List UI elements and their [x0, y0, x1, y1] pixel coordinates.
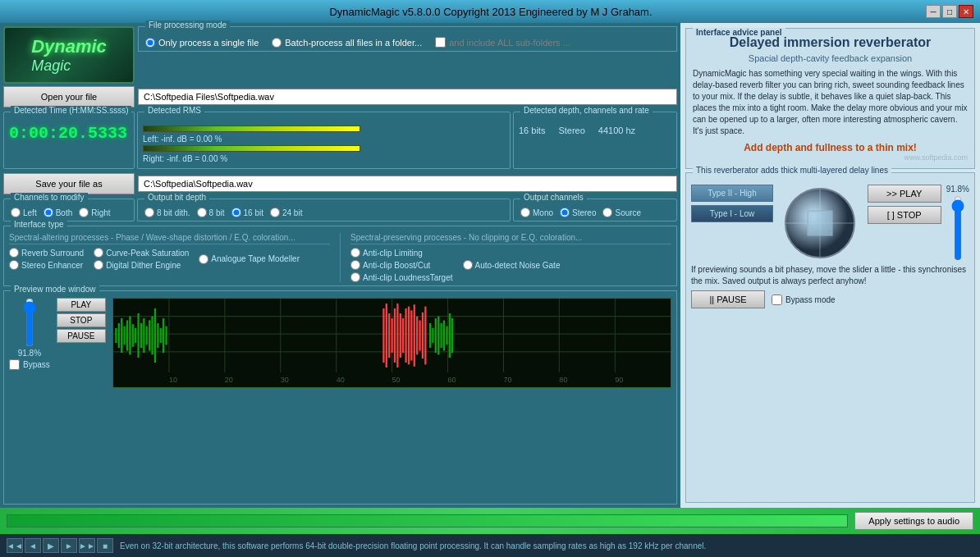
advice-title: Delayed immersion reverberator: [693, 35, 968, 50]
svg-rect-47: [424, 307, 426, 365]
channel-both[interactable]: Both: [44, 208, 73, 217]
interface-type-label: Interface type: [11, 220, 67, 229]
out-mono[interactable]: Mono: [520, 208, 553, 217]
advice-body: DynamicMagic has something very special …: [693, 68, 968, 137]
save-file-path[interactable]: [138, 176, 677, 192]
anticlip-limiting-option[interactable]: Anti-clip Limiting: [350, 248, 453, 258]
preview-controls: 91.8% Bypass: [9, 298, 50, 388]
file-mode-section: File processing mode Only process a sing…: [138, 26, 677, 52]
reverb-play-button[interactable]: >> PLAY: [868, 185, 941, 203]
svg-rect-16: [123, 326, 125, 345]
reverb-slider-area: 91.8%: [946, 185, 969, 261]
svg-text:20: 20: [225, 376, 233, 384]
nav-next[interactable]: ►: [61, 538, 77, 553]
curve-peak-option[interactable]: Curve-Peak Saturation: [94, 248, 189, 258]
advice-subtitle: Spacial depth-cavity feedback expansion: [693, 53, 968, 63]
status-text: Even on 32-bit architecture, this softwa…: [120, 541, 706, 550]
svg-rect-32: [382, 308, 384, 363]
bit-8[interactable]: 8 bit: [197, 208, 225, 217]
type1-low-button[interactable]: Type I - Low: [691, 205, 773, 222]
svg-rect-14: [117, 323, 119, 348]
anticlip-loudness-option[interactable]: Anti-clip LoudnessTarget: [350, 272, 453, 282]
open-file-button[interactable]: Open your file: [3, 86, 135, 107]
detected-time-section: Detected Time (H:MM:SS.ssss) 0:00:20.533…: [3, 112, 135, 169]
out-stereo[interactable]: Stereo: [560, 208, 596, 217]
spectral-preserving-col: Spectral-preserving processes - No clipp…: [350, 233, 671, 282]
preview-play-button[interactable]: PLAY: [57, 298, 106, 312]
apply-settings-button[interactable]: Apply settings to audio: [854, 512, 973, 530]
minimize-button[interactable]: ─: [926, 5, 941, 18]
logo-line2: Magic: [31, 57, 107, 75]
channel-right[interactable]: Right: [79, 208, 110, 217]
single-file-option[interactable]: Only process a single file: [145, 38, 259, 48]
save-file-button[interactable]: Save your file as: [3, 173, 135, 194]
nav-buttons: ◄◄ ◄ ▶ ► ►► ■: [7, 538, 113, 553]
options-row: Channels to modify Left Both Right Outpu…: [3, 199, 677, 221]
svg-text:50: 50: [392, 376, 400, 384]
reverb-slider[interactable]: [950, 195, 966, 261]
bypass-label: Bypass: [23, 360, 50, 369]
bypass-mode[interactable]: Bypass mode: [772, 294, 836, 305]
waveform-display: 10 20 30 40 50 60 70 80 90 ◄ ►: [112, 298, 671, 388]
nav-play[interactable]: ▶: [43, 538, 59, 553]
reverb-surround-option[interactable]: Reverb Surround: [9, 248, 84, 258]
reverb-pause-button[interactable]: || PAUSE: [691, 290, 765, 308]
include-subfolders-option[interactable]: and include ALL sub-folders ...: [435, 37, 570, 48]
stereo-enhancer-option[interactable]: Stereo Enhancer: [9, 260, 84, 270]
autodetect-noise-option[interactable]: Auto-detect Noise Gate: [463, 260, 561, 270]
reverb-visual-area: [778, 185, 863, 261]
depth-bits: 16 bits: [519, 126, 545, 135]
batch-process-label: Batch-process all files in a folder...: [285, 38, 422, 48]
svg-text:60: 60: [447, 376, 456, 384]
out-source[interactable]: Source: [602, 208, 641, 217]
bypass-checkbox[interactable]: [9, 359, 20, 370]
reverb-pause-row: || PAUSE Bypass mode: [691, 290, 969, 308]
maximize-button[interactable]: □: [942, 5, 957, 18]
nav-forward[interactable]: ►►: [79, 538, 95, 553]
preview-pause-button[interactable]: PAUSE: [57, 329, 106, 343]
svg-rect-17: [126, 320, 128, 350]
anticlip-boost-option[interactable]: Anti-clip Boost/Cut: [350, 260, 453, 270]
time-value: 0:00:20.5333: [9, 124, 129, 143]
logo-line1: Dynamic: [31, 36, 107, 57]
svg-rect-45: [419, 320, 420, 350]
reverb-type-buttons: Type II - High Type I - Low: [691, 185, 773, 261]
svg-rect-29: [159, 328, 161, 343]
bit-24[interactable]: 24 bit: [270, 208, 302, 217]
left-panel: Dynamic Magic File processing mode Only …: [0, 23, 680, 508]
svg-rect-52: [440, 323, 442, 348]
depth-channels: Stereo: [558, 126, 584, 135]
bit-16[interactable]: 16 bit: [231, 208, 263, 217]
spectral-altering-col: Spectral-altering processes - Phase / Wa…: [9, 233, 330, 282]
digital-dither-option[interactable]: Digital Dither Engine: [94, 260, 189, 270]
svg-rect-69: [808, 211, 832, 235]
open-file-path[interactable]: [138, 89, 677, 105]
svg-rect-33: [385, 304, 387, 368]
batch-process-option[interactable]: Batch-process all files in a folder...: [272, 38, 422, 48]
svg-rect-38: [399, 313, 401, 358]
reverb-info: If previewing sounds a bit phasey, move …: [691, 264, 969, 287]
nav-stop[interactable]: ■: [97, 538, 113, 553]
detected-info-row: Detected Time (H:MM:SS.ssss) 0:00:20.533…: [3, 112, 677, 169]
detected-depth-section: Detected depth, channels and rate 16 bit…: [513, 112, 677, 169]
bit-depth-label: Output bit depth: [144, 193, 209, 202]
svg-rect-55: [448, 313, 450, 358]
bit-8dith[interactable]: 8 bit dith.: [144, 208, 190, 217]
close-button[interactable]: ✕: [959, 5, 973, 18]
single-file-label: Only process a single file: [158, 38, 259, 48]
reverb-stop-button[interactable]: [ ] STOP: [868, 206, 941, 224]
nav-prev[interactable]: ◄: [25, 538, 41, 553]
svg-text:10: 10: [169, 376, 177, 384]
svg-text:70: 70: [503, 376, 511, 384]
logo: Dynamic Magic: [3, 26, 135, 84]
preview-volume-slider[interactable]: [21, 298, 38, 347]
bypass-mode-checkbox[interactable]: [772, 294, 782, 305]
channel-left[interactable]: Left: [11, 208, 37, 217]
watermark: www.softpedia.com: [693, 153, 968, 162]
nav-back[interactable]: ◄◄: [7, 538, 23, 553]
tape-modeller-option[interactable]: Analogue Tape Modeller: [199, 254, 300, 264]
type2-high-button[interactable]: Type II - High: [691, 185, 773, 202]
output-channels-section: Output channels Mono Stereo Source: [513, 199, 677, 221]
preserving-title: Spectral-preserving processes - No clipp…: [350, 233, 671, 244]
preview-stop-button[interactable]: STOP: [57, 313, 106, 327]
